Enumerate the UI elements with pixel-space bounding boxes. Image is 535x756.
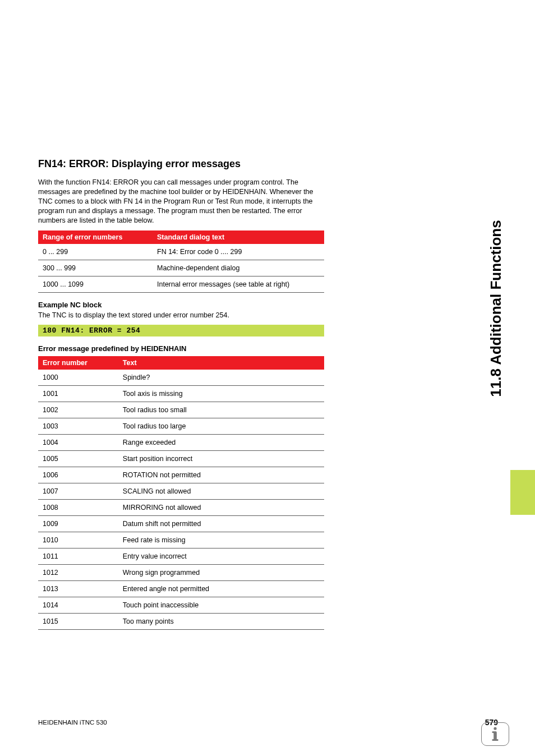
svg-point-0	[494, 727, 496, 730]
table-cell: Too many points	[118, 614, 324, 630]
table-row: 1002Tool radius too small	[38, 402, 324, 418]
table-row: 1014Touch point inaccessible	[38, 597, 324, 614]
table-row: 1007SCALING not allowed	[38, 483, 324, 500]
table-header-cell: Standard dialog text	[153, 231, 324, 244]
table-row: 0 ... 299 FN 14: Error code 0 .... 299	[38, 244, 324, 260]
table-cell: Internal error messages (see table at ri…	[153, 276, 324, 293]
table-cell: Touch point inaccessible	[118, 597, 324, 614]
table-row: 1004Range exceeded	[38, 435, 324, 451]
section-intro: With the function FN14: ERROR you can ca…	[38, 178, 324, 225]
example-code: 180 FN14: ERROR = 254	[38, 325, 324, 336]
table-cell: Tool radius too small	[118, 402, 324, 418]
table-cell: 1004	[38, 435, 118, 451]
table-cell: Entry value incorrect	[118, 548, 324, 565]
table-row: 1010Feed rate is missing	[38, 532, 324, 548]
table-cell: 1005	[38, 451, 118, 467]
table-cell: 1011	[38, 548, 118, 565]
table-header-cell: Text	[118, 356, 324, 370]
example-heading: Example NC block	[38, 301, 324, 309]
table-cell: 1001	[38, 386, 118, 402]
table-cell: Start position incorrect	[118, 451, 324, 467]
table-cell: 1014	[38, 597, 118, 614]
table-cell: 1013	[38, 581, 118, 597]
content-column: FN14: ERROR: Displaying error messages W…	[38, 158, 324, 638]
svg-rect-3	[492, 739, 499, 741]
predefined-error-table: Error number Text 1000Spindle? 1001Tool …	[38, 356, 324, 630]
svg-rect-2	[492, 731, 496, 733]
table-header-row: Range of error numbers Standard dialog t…	[38, 231, 324, 244]
table-cell: MIRRORING not allowed	[118, 500, 324, 516]
example-text: The TNC is to display the text stored un…	[38, 311, 324, 319]
table-header-row: Error number Text	[38, 356, 324, 370]
table-cell: 1012	[38, 565, 118, 581]
table-row: 1008MIRRORING not allowed	[38, 500, 324, 516]
section-title: FN14: ERROR: Displaying error messages	[38, 158, 324, 170]
table-row: 1011Entry value incorrect	[38, 548, 324, 565]
table-cell: Entered angle not permitted	[118, 581, 324, 597]
table-cell: Feed rate is missing	[118, 532, 324, 548]
table-row: 300 ... 999 Machine-dependent dialog	[38, 260, 324, 276]
error-range-table: Range of error numbers Standard dialog t…	[38, 231, 324, 293]
table-row: 1006ROTATION not permitted	[38, 467, 324, 483]
table-cell: FN 14: Error code 0 .... 299	[153, 244, 324, 260]
predefined-heading: Error message predefined by HEIDENHAIN	[38, 344, 324, 353]
table-cell: 1006	[38, 467, 118, 483]
info-icon	[481, 722, 509, 746]
table-cell: 1015	[38, 614, 118, 630]
table-row: 1012Wrong sign programmed	[38, 565, 324, 581]
table-cell: Datum shift not permitted	[118, 516, 324, 532]
page-footer: HEIDENHAIN iTNC 530 579	[38, 718, 498, 727]
table-cell: 1010	[38, 532, 118, 548]
table-cell: Tool axis is missing	[118, 386, 324, 402]
table-cell: Machine-dependent dialog	[153, 260, 324, 276]
info-glyph-icon	[490, 726, 500, 742]
table-cell: Range exceeded	[118, 435, 324, 451]
table-cell: Spindle?	[118, 370, 324, 386]
table-cell: 1008	[38, 500, 118, 516]
table-cell: 1003	[38, 418, 118, 435]
table-cell: Wrong sign programmed	[118, 565, 324, 581]
table-cell: 1000 ... 1099	[38, 276, 153, 293]
table-cell: 1002	[38, 402, 118, 418]
side-tab: 11.8 Additional Functions	[482, 146, 509, 471]
table-header-cell: Range of error numbers	[38, 231, 153, 244]
table-cell: 1007	[38, 483, 118, 500]
table-row: 1000Spindle?	[38, 370, 324, 386]
page: 11.8 Additional Functions FN14: ERROR: D…	[0, 0, 535, 756]
table-cell: 300 ... 999	[38, 260, 153, 276]
table-cell: SCALING not allowed	[118, 483, 324, 500]
table-row: 1003Tool radius too large	[38, 418, 324, 435]
table-row: 1013Entered angle not permitted	[38, 581, 324, 597]
table-cell: ROTATION not permitted	[118, 467, 324, 483]
side-accent-bar	[510, 470, 535, 515]
footer-left: HEIDENHAIN iTNC 530	[38, 719, 107, 726]
table-header-cell: Error number	[38, 356, 118, 370]
table-cell: 1009	[38, 516, 118, 532]
side-tab-label: 11.8 Additional Functions	[487, 220, 505, 397]
table-cell: 1000	[38, 370, 118, 386]
table-cell: Tool radius too large	[118, 418, 324, 435]
table-row: 1005Start position incorrect	[38, 451, 324, 467]
table-row: 1015Too many points	[38, 614, 324, 630]
table-row: 1009Datum shift not permitted	[38, 516, 324, 532]
table-row: 1001Tool axis is missing	[38, 386, 324, 402]
table-row: 1000 ... 1099 Internal error messages (s…	[38, 276, 324, 293]
table-cell: 0 ... 299	[38, 244, 153, 260]
